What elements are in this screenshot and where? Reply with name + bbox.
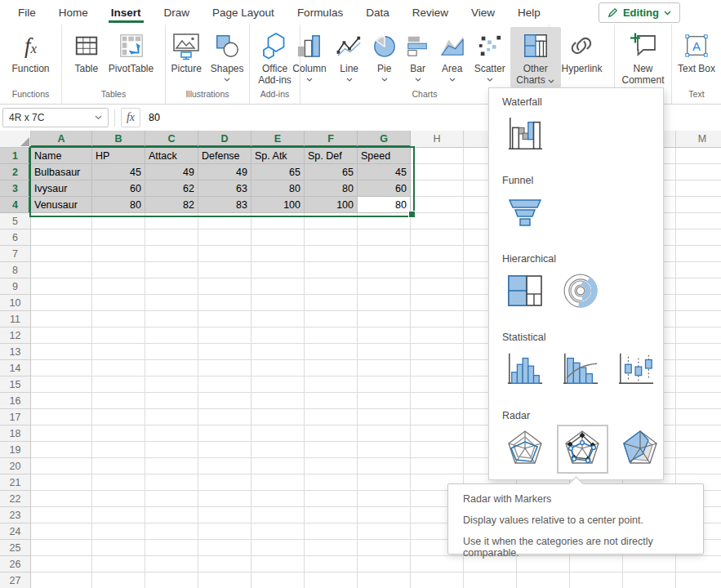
cell-C8[interactable] <box>145 262 198 278</box>
cell-E25[interactable] <box>251 540 305 556</box>
row-header-7[interactable]: 7 <box>0 246 31 262</box>
cell-M18[interactable] <box>676 425 721 442</box>
cell-E7[interactable] <box>251 246 305 262</box>
cell-G3[interactable]: 60 <box>358 180 411 197</box>
new-comment-button[interactable]: New Comment <box>618 27 669 87</box>
cell-G14[interactable] <box>358 360 411 376</box>
bar-chart-button[interactable]: Bar <box>402 27 434 87</box>
row-header-8[interactable]: 8 <box>0 262 31 278</box>
cell-C16[interactable] <box>145 393 198 409</box>
cell-H15[interactable] <box>411 376 464 393</box>
cell-F7[interactable] <box>305 246 358 262</box>
picture-button[interactable]: Picture <box>167 27 205 87</box>
cell-C3[interactable]: 62 <box>145 180 198 197</box>
cell-A11[interactable] <box>31 311 92 327</box>
cell-D26[interactable] <box>198 556 251 572</box>
cell-H16[interactable] <box>411 393 464 409</box>
cell-C26[interactable] <box>145 556 198 572</box>
cell-B16[interactable] <box>92 393 145 409</box>
cell-E4[interactable]: 100 <box>251 197 305 213</box>
cell-E20[interactable] <box>251 458 305 474</box>
cell-H17[interactable] <box>411 409 464 425</box>
cell-B10[interactable] <box>92 295 145 311</box>
menu-tab-data[interactable]: Data <box>354 0 401 24</box>
cell-D2[interactable]: 49 <box>198 164 251 180</box>
cell-C2[interactable]: 49 <box>145 164 198 180</box>
pie-chart-button[interactable]: Pie <box>368 27 401 87</box>
row-header-4[interactable]: 4 <box>0 197 31 213</box>
cell-F3[interactable]: 80 <box>305 180 358 197</box>
cell-B6[interactable] <box>92 229 145 246</box>
cell-F8[interactable] <box>305 262 358 278</box>
cell-G21[interactable] <box>358 474 411 491</box>
cell-F24[interactable] <box>305 523 358 540</box>
cell-H7[interactable] <box>411 246 464 262</box>
cell-B23[interactable] <box>92 507 145 523</box>
row-header-1[interactable]: 1 <box>0 148 31 164</box>
menu-tab-home[interactable]: Home <box>47 0 100 24</box>
cell-E10[interactable] <box>251 295 305 311</box>
cell-M8[interactable] <box>676 262 721 278</box>
cell-A24[interactable] <box>31 523 92 540</box>
cell-G4[interactable]: 80 <box>358 197 411 213</box>
column-header-B[interactable]: B <box>92 131 145 148</box>
cell-D27[interactable] <box>198 572 251 588</box>
cell-G6[interactable] <box>358 229 411 246</box>
cell-A20[interactable] <box>31 458 92 474</box>
cell-E18[interactable] <box>251 425 305 442</box>
chart-type-funnel[interactable] <box>502 193 548 235</box>
cell-B1[interactable]: HP <box>92 148 145 164</box>
cell-H11[interactable] <box>411 311 464 327</box>
cell-M12[interactable] <box>676 327 721 344</box>
cell-E1[interactable]: Sp. Atk <box>251 148 305 164</box>
cell-H10[interactable] <box>411 295 464 311</box>
menu-tab-help[interactable]: Help <box>506 0 552 24</box>
row-header-6[interactable]: 6 <box>0 229 31 246</box>
shapes-button[interactable]: Shapes <box>207 27 248 87</box>
row-header-15[interactable]: 15 <box>0 376 31 393</box>
cell-C13[interactable] <box>145 344 198 360</box>
cell-M27[interactable] <box>676 572 721 588</box>
cell-B22[interactable] <box>92 491 145 507</box>
cell-D11[interactable] <box>198 311 251 327</box>
cell-B13[interactable] <box>92 344 145 360</box>
cell-E5[interactable] <box>251 213 305 229</box>
cell-E14[interactable] <box>251 360 305 376</box>
cell-F12[interactable] <box>305 327 358 344</box>
chart-type-waterfall[interactable] <box>502 114 548 157</box>
cell-H1[interactable] <box>411 148 464 164</box>
cell-F22[interactable] <box>305 491 358 507</box>
cell-B27[interactable] <box>92 572 145 588</box>
cell-E12[interactable] <box>251 327 305 344</box>
row-header-23[interactable]: 23 <box>0 507 31 523</box>
cell-M3[interactable] <box>676 180 721 197</box>
cell-M2[interactable] <box>676 164 721 180</box>
row-header-20[interactable]: 20 <box>0 458 31 474</box>
cell-D16[interactable] <box>198 393 251 409</box>
cell-B9[interactable] <box>92 278 145 295</box>
cell-G15[interactable] <box>358 376 411 393</box>
cell-C15[interactable] <box>145 376 198 393</box>
cell-F2[interactable]: 65 <box>305 164 358 180</box>
cell-C24[interactable] <box>145 523 198 540</box>
cell-H13[interactable] <box>411 344 464 360</box>
cell-A14[interactable] <box>31 360 92 376</box>
cell-H5[interactable] <box>411 213 464 229</box>
function-button[interactable]: fx Function <box>7 27 53 87</box>
cell-H6[interactable] <box>411 229 464 246</box>
cell-F27[interactable] <box>305 572 358 588</box>
cell-H26[interactable] <box>411 556 464 572</box>
menu-tab-insert[interactable]: Insert <box>100 0 153 24</box>
cell-F4[interactable]: 100 <box>305 197 358 213</box>
cell-H8[interactable] <box>411 262 464 278</box>
cell-C1[interactable]: Attack <box>145 148 198 164</box>
cell-G18[interactable] <box>358 425 411 442</box>
row-header-18[interactable]: 18 <box>0 425 31 442</box>
cell-M9[interactable] <box>676 278 721 295</box>
cell-A21[interactable] <box>31 474 92 491</box>
pivottable-button[interactable]: PivotTable <box>105 27 158 87</box>
cell-H27[interactable] <box>411 572 464 588</box>
cell-H14[interactable] <box>411 360 464 376</box>
cell-G17[interactable] <box>358 409 411 425</box>
menu-tab-formulas[interactable]: Formulas <box>286 0 354 24</box>
